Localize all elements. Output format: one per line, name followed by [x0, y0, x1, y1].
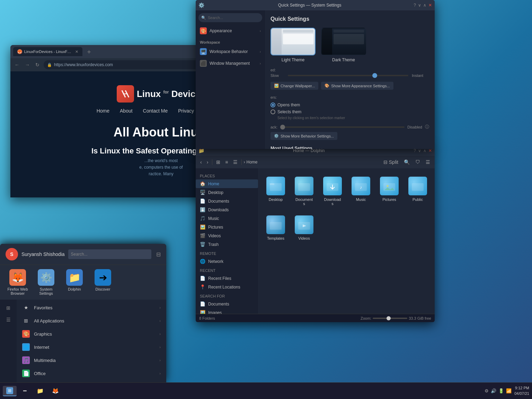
sidebar-search-docs[interactable]: 📄 Documents	[196, 300, 258, 308]
menu-graphics[interactable]: 🎨 Graphics ›	[17, 327, 166, 340]
speed-slow: Slow	[271, 73, 284, 78]
sidebar-music[interactable]: 🎵 Music	[196, 214, 258, 223]
file-music[interactable]: ♪ Music	[349, 174, 373, 209]
dolphin-minimize-btn[interactable]: ∨	[418, 148, 421, 153]
radio-selects[interactable]: Selects them	[271, 108, 429, 115]
taskbar-app-menu[interactable]: ⊞	[3, 386, 17, 396]
dolphin-close-btn[interactable]: ✕	[428, 148, 432, 153]
back-info-icon[interactable]: ⓘ	[425, 124, 429, 130]
pinned-system-settings[interactable]: ⚙️ System Settings	[34, 269, 58, 295]
sidebar-pictures[interactable]: 🖼️ Pictures	[196, 223, 258, 231]
path-home[interactable]: Home	[247, 160, 258, 165]
file-public[interactable]: Public	[406, 174, 430, 209]
settings-maximize-btn[interactable]: ∧	[423, 3, 426, 8]
sidebar-videos[interactable]: 🎬 Videos	[196, 231, 258, 240]
tray-icon-2[interactable]: 🔊	[491, 388, 496, 393]
sidebar-workspace-behavior[interactable]: 🖥️ Workspace Behavior ›	[196, 46, 265, 57]
file-desktop[interactable]: Desktop	[264, 174, 288, 209]
taskbar-firefox[interactable]: 🦊	[48, 386, 62, 396]
settings-close-btn[interactable]: ✕	[428, 3, 432, 8]
tray-icon-1[interactable]: ⚙	[485, 388, 489, 393]
desktop-label: Desktop	[269, 197, 283, 202]
more-appearance-btn[interactable]: 🎨 Show More Appearance Settings...	[321, 82, 393, 90]
dolphin-help-btn[interactable]: ?	[414, 148, 416, 153]
light-theme-card[interactable]: Light Theme	[271, 28, 316, 62]
pinned-firefox[interactable]: 🦊 Firefox Web Browser	[6, 269, 30, 295]
pictures-label: Pictures	[208, 225, 223, 230]
sidebar-appearance[interactable]: 🎨 Appearance ›	[196, 25, 265, 37]
nav-about[interactable]: About	[120, 108, 133, 115]
settings-minimize-btn[interactable]: ∨	[418, 3, 421, 8]
file-templates[interactable]: Templates	[264, 213, 288, 243]
toolbar-right: ⊟ Split 🔍 ⛉ ☰	[382, 158, 432, 166]
side-btn-1[interactable]: ⊞	[1, 302, 15, 313]
back-slider[interactable]	[280, 126, 405, 128]
pinned-discover[interactable]: ➔ Discover	[91, 269, 115, 295]
forward-btn[interactable]: →	[24, 61, 31, 68]
settings-search-placeholder: Search...	[208, 16, 223, 20]
sidebar-home[interactable]: 🏠 Home	[196, 179, 258, 188]
menu-all-apps[interactable]: ⊞ All Applications ›	[17, 314, 166, 327]
sidebar-network[interactable]: 🌐 Network	[196, 257, 258, 266]
sidebar-recent-files[interactable]: 📄 Recent Files	[196, 274, 258, 283]
menu-btn[interactable]: ☰	[424, 158, 432, 166]
new-tab-btn[interactable]: ＋	[86, 47, 92, 56]
settings-search[interactable]: 🔍 Search...	[198, 13, 262, 22]
pinned-dolphin[interactable]: 📁 Dolphin	[62, 269, 87, 295]
change-wallpaper-btn[interactable]: 🖼️ Change Wallpaper...	[271, 82, 318, 90]
tray-icon-4[interactable]: 📶	[506, 388, 512, 393]
side-btn-2[interactable]: ☰	[1, 314, 15, 325]
menu-multimedia[interactable]: 🎵 Multimedia ›	[17, 354, 166, 367]
view-icons-btn[interactable]: ⊞	[214, 158, 222, 166]
view-details-btn[interactable]: ☰	[231, 158, 239, 166]
radio-opens[interactable]: Opens them	[271, 101, 429, 108]
light-theme-img	[271, 28, 315, 55]
filter-btn[interactable]: ⛉	[414, 158, 422, 166]
menu-internet[interactable]: 🌐 Internet ›	[17, 340, 166, 354]
menu-office[interactable]: 📄 Office ›	[17, 367, 166, 380]
workspace-section: Workspace	[196, 37, 265, 46]
sidebar-downloads[interactable]: ⬇️ Downloads	[196, 205, 258, 214]
speed-slider[interactable]	[288, 75, 408, 76]
public-folder-icon	[408, 177, 427, 195]
more-behavior-btn[interactable]: ⚙️ Show More Behavior Settings...	[271, 132, 337, 140]
split-btn[interactable]: ⊟ Split	[382, 158, 400, 166]
search-btn[interactable]: 🔍	[402, 158, 411, 166]
menu-favorites[interactable]: ★ Favorites ›	[17, 301, 166, 314]
back-btn[interactable]: ←	[13, 61, 21, 68]
start-search[interactable]: Search...	[68, 249, 151, 259]
start-filter-btn[interactable]: ⊟	[156, 251, 161, 258]
forward-nav-btn[interactable]: ›	[205, 158, 210, 166]
sidebar-desktop[interactable]: 🖥️ Desktop	[196, 188, 258, 197]
file-videos[interactable]: Videos	[292, 213, 316, 243]
tab-close-btn[interactable]: ✕	[75, 50, 78, 54]
sidebar-search-images[interactable]: 🖼️ Images	[196, 308, 258, 314]
tray-icon-3[interactable]: 🔋	[498, 388, 504, 393]
nav-contact[interactable]: Contact Me	[143, 108, 168, 115]
view-compact-btn[interactable]: ≡	[223, 158, 230, 166]
taskbar-files[interactable]: 📁	[33, 386, 47, 396]
nav-home[interactable]: Home	[97, 108, 109, 115]
sidebar-trash[interactable]: 🗑️ Trash	[196, 240, 258, 249]
taskbar-task-manager[interactable]: ━	[18, 386, 32, 396]
back-nav-btn[interactable]: ‹	[198, 158, 204, 166]
file-downloads[interactable]: Downloads	[320, 174, 345, 209]
zoom-slider[interactable]	[373, 318, 407, 319]
sidebar-documents[interactable]: 📄 Documents	[196, 197, 258, 205]
system-settings-label: System Settings	[34, 287, 58, 295]
sidebar-window-management[interactable]: ⬛ Window Management ›	[196, 57, 265, 69]
reload-btn[interactable]: ↻	[34, 61, 41, 68]
dolphin-maximize-btn[interactable]: ∧	[423, 148, 426, 153]
file-documents[interactable]: Documents	[292, 174, 316, 209]
browser-tab[interactable]: 🦊 LinuxForDevices - LinuxFo... ✕	[13, 47, 82, 56]
menu-settings[interactable]: ⚙️ Settings ›	[17, 380, 166, 382]
sidebar-recent-locations[interactable]: 📍 Recent Locations	[196, 283, 258, 291]
dark-theme-card[interactable]: Dark Theme	[321, 28, 366, 62]
light-topbar	[283, 30, 313, 33]
svg-rect-11	[412, 183, 424, 191]
settings-help-btn[interactable]: ?	[414, 3, 416, 8]
taskbar-clock[interactable]: 9:12 PM 04/07/21	[514, 385, 529, 396]
speed-label: ed:	[271, 68, 276, 72]
clock-date: 04/07/21	[514, 391, 529, 396]
file-pictures[interactable]: Pictures	[377, 174, 401, 209]
